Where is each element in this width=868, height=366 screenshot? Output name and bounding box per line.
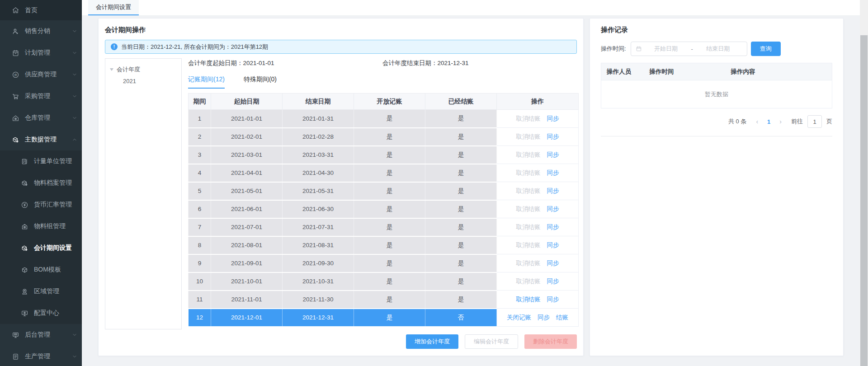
sidebar-item-plan-management[interactable]: 计划管理 [0,42,82,64]
cart-icon [12,93,19,100]
close-booking-link[interactable]: 关闭记账 [507,314,531,321]
period-cell-start: 2021-04-01 [211,164,283,182]
period-cell-closed: 是 [425,146,497,164]
cube-icon [21,266,28,274]
table-row[interactable]: 82021-08-012021-08-31是是取消结账同步 [189,236,579,254]
sync-link[interactable]: 同步 [547,206,559,212]
sync-link[interactable]: 同步 [547,133,559,140]
cancel-closing-link: 取消结账 [516,115,541,122]
period-cell-start: 2021-06-01 [211,200,283,218]
period-table-area: 会计年度起始日期：2021-01-01 会计年度结束日期：2021-12-31 … [188,58,577,349]
add-fiscal-year-button[interactable]: 增加会计年度 [406,334,458,349]
period-cell-start: 2021-12-01 [211,309,283,327]
start-date-placeholder[interactable]: 开始日期 [642,45,690,53]
tree-node-2021[interactable]: 2021 [105,75,181,87]
sidebar-item-supplier-management[interactable]: 供供应商管理 [0,64,82,85]
sidebar-item-warehouse-management[interactable]: 仓库管理 [0,107,82,129]
sidebar-item-material-group-management[interactable]: 物料组管理 [0,216,82,237]
period-cell-period: 4 [189,164,211,182]
table-row[interactable]: 52021-05-012021-05-31是是取消结账同步 [189,182,579,200]
sync-link[interactable]: 同步 [547,242,559,249]
tab-booking-periods[interactable]: 记账期间(12) [188,75,225,89]
table-row[interactable]: 32021-03-012021-03-31是是取消结账同步 [189,146,579,164]
tree-node-fiscal-year[interactable]: 会计年度 [105,64,181,75]
cancel-closing-link: 取消结账 [516,151,541,158]
sidebar-item-sales-distribution[interactable]: 销售分销 [0,20,82,42]
tab-accounting-period-settings[interactable]: 会计期间设置 [88,0,139,15]
sync-link[interactable]: 同步 [538,314,550,321]
prev-page-arrow-icon[interactable]: ‹ [753,118,761,125]
page-unit-label: 页 [826,117,832,126]
period-cell-end: 2021-01-31 [283,110,354,128]
sync-link[interactable]: 同步 [547,115,559,122]
monitor-gear-icon [21,310,28,317]
sync-link[interactable]: 同步 [547,260,559,267]
period-cell-start: 2021-08-01 [211,236,283,254]
sidebar-item-backend-management[interactable]: 后台管理 [0,324,82,346]
period-cell-start: 2021-02-01 [211,128,283,146]
period-cell-open: 是 [354,164,425,182]
search-button[interactable]: 查询 [751,42,781,56]
date-range-input[interactable]: 开始日期 - 结束日期 [631,42,747,56]
sidebar-item-currency-rate-management[interactable]: 货币汇率管理 [0,194,82,216]
sidebar-item-purchase-management[interactable]: 采购管理 [0,85,82,107]
table-row[interactable]: 92021-09-012021-09-30是是取消结账同步 [189,254,579,272]
cancel-closing-link: 取消结账 [516,188,541,194]
sidebar-item-label: 区域管理 [34,287,59,296]
sync-link[interactable]: 同步 [547,224,559,230]
page-number-1[interactable]: 1 [763,118,774,125]
period-cell-end: 2021-06-30 [283,200,354,218]
page-body: 会计期间操作 ! 当前日期：2021-12-21, 所在会计期间为：2021年第… [82,16,868,366]
sidebar-item-bom-template[interactable]: BOM模板 [0,259,82,281]
sidebar-item-material-archive-management[interactable]: 物料档案管理 [0,172,82,194]
table-row[interactable]: 62021-06-012021-06-30是是取消结账同步 [189,200,579,218]
period-cell-actions: 取消结账同步 [497,218,579,236]
end-date-placeholder[interactable]: 结束日期 [694,45,742,53]
fiscal-year-end-date: 会计年度结束日期：2021-12-31 [382,59,577,67]
period-cell-open: 是 [354,146,425,164]
sync-link[interactable]: 同步 [547,296,559,303]
chevron-down-icon [72,354,77,359]
chevron-down-icon [72,94,77,99]
page-scrollbar-track[interactable] [860,0,868,366]
period-cell-actions: 取消结账同步 [497,272,579,291]
table-row[interactable]: 122021-12-012021-12-31是否关闭记账同步结账 [189,309,579,327]
sidebar-item-label: 供应商管理 [25,70,57,79]
table-row[interactable]: 102021-10-012021-10-31是是取消结账同步 [189,272,579,291]
period-cell-closed: 是 [425,254,497,272]
sidebar-item-region-management[interactable]: 区域管理 [0,281,82,302]
period-cell-period: 11 [189,291,211,309]
table-row[interactable]: 72021-07-012021-07-31是是取消结账同步 [189,218,579,236]
sidebar-item-master-data-management[interactable]: 主数据管理 [0,129,82,150]
sync-link[interactable]: 同步 [547,188,559,194]
sync-link[interactable]: 同步 [547,169,559,176]
supplier-icon: 供 [12,71,19,79]
tab-special-periods[interactable]: 特殊期间(0) [244,75,277,89]
period-cell-start: 2021-11-01 [211,291,283,309]
page-scrollbar-thumb[interactable] [860,35,868,366]
sidebar-item-measure-unit-management[interactable]: 计量单位管理 [0,150,82,172]
sidebar-item-label: 主数据管理 [25,136,57,144]
table-row[interactable]: 112021-11-012021-11-30是是取消结账同步 [189,291,579,309]
cancel-closing-link[interactable]: 取消结账 [516,296,541,303]
next-page-arrow-icon[interactable]: › [776,118,785,125]
table-row[interactable]: 12021-01-012021-01-31是是取消结账同步 [189,110,579,128]
period-cell-end: 2021-09-30 [283,254,354,272]
table-row[interactable]: 22021-02-012021-02-28是是取消结账同步 [189,128,579,146]
period-cell-closed: 是 [425,200,497,218]
sidebar-item-accounting-period-settings[interactable]: 会计期间设置 [0,237,82,259]
cancel-closing-link: 取消结账 [516,278,541,285]
page-goto-input[interactable] [807,115,822,128]
sidebar-item-production-management[interactable]: 生产管理 [0,346,82,366]
period-cell-closed: 是 [425,218,497,236]
table-row[interactable]: 42021-04-012021-04-30是是取消结账同步 [189,164,579,182]
closing-link[interactable]: 结账 [556,314,568,321]
sidebar-item-home[interactable]: 首页 [0,0,82,20]
sidebar-item-label: 生产管理 [25,352,50,361]
period-cell-actions: 取消结账同步 [497,236,579,254]
period-cell-actions: 取消结账同步 [497,164,579,182]
period-cell-closed: 是 [425,128,497,146]
sidebar-item-config-center[interactable]: 配置中心 [0,302,82,324]
sync-link[interactable]: 同步 [547,151,559,158]
sync-link[interactable]: 同步 [547,278,559,285]
